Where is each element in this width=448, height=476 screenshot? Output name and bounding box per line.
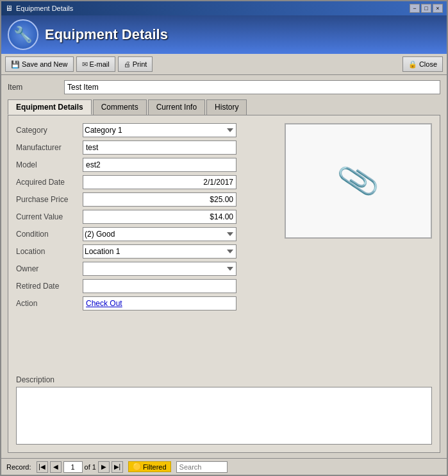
owner-label: Owner (16, 264, 80, 273)
item-row: Item (8, 80, 440, 94)
model-row: Model (16, 158, 272, 172)
manufacturer-input[interactable] (83, 140, 236, 155)
record-nav: |◀ ◀ of 1 ▶ ▶| (37, 461, 123, 473)
header-icon: 🔧 (8, 19, 38, 50)
close-button[interactable]: 🔒 Close (402, 56, 443, 72)
window-close-button[interactable]: × (433, 4, 443, 13)
owner-select[interactable] (83, 262, 236, 276)
print-icon: 🖨 (124, 60, 131, 68)
nav-prev-button[interactable]: ◀ (50, 461, 62, 473)
filter-icon: 🟡 (133, 463, 142, 471)
description-section: Description (16, 375, 432, 445)
close-label: Close (419, 60, 437, 68)
description-label: Description (16, 375, 432, 384)
title-bar: 🖥 Equipment Details − □ × (1, 1, 447, 15)
print-label: Print (133, 60, 147, 68)
purchase-price-input[interactable] (83, 192, 236, 207)
action-row: Action Check Out (16, 296, 272, 310)
form-fields: Category Category 1 Category 2 Category … (16, 123, 272, 368)
title-bar-controls: − □ × (410, 4, 443, 13)
print-button[interactable]: 🖨 Print (118, 56, 153, 72)
acquired-date-row: Acquired Date (16, 175, 272, 189)
header-title: Equipment Details (45, 26, 168, 43)
tab-comments[interactable]: Comments (93, 99, 147, 115)
action-label: Action (16, 299, 80, 308)
acquired-date-label: Acquired Date (16, 178, 80, 187)
category-label: Category (16, 126, 80, 135)
nav-next-button[interactable]: ▶ (98, 461, 110, 473)
title-bar-left: 🖥 Equipment Details (5, 4, 73, 13)
condition-label: Condition (16, 230, 80, 239)
nav-last-button[interactable]: ▶| (112, 461, 123, 473)
retired-date-input[interactable] (83, 279, 236, 293)
purchase-price-row: Purchase Price (16, 192, 272, 207)
save-new-label: Save and New (22, 60, 68, 68)
filtered-label: Filtered (143, 463, 167, 471)
filtered-badge: 🟡 Filtered (128, 461, 171, 472)
description-textarea[interactable] (16, 387, 432, 445)
email-label: E-mail (90, 60, 110, 68)
category-select[interactable]: Category 1 Category 2 Category 3 (83, 123, 236, 137)
search-input[interactable] (176, 461, 228, 473)
tab-equipment-details[interactable]: Equipment Details (8, 99, 92, 115)
acquired-date-input[interactable] (83, 175, 236, 189)
current-value-label: Current Value (16, 212, 80, 221)
tab-bar: Equipment Details Comments Current Info … (8, 99, 440, 115)
check-out-link[interactable]: Check Out (86, 299, 122, 308)
model-label: Model (16, 160, 80, 169)
condition-row: Condition (1) Poor (2) Good (3) Excellen… (16, 227, 272, 241)
purchase-price-label: Purchase Price (16, 195, 80, 204)
email-button[interactable]: ✉ E-mail (76, 56, 115, 72)
save-new-button[interactable]: 💾 Save and New (5, 56, 74, 72)
tab-current-info[interactable]: Current Info (148, 99, 205, 115)
window-title: Equipment Details (16, 4, 73, 12)
condition-select[interactable]: (1) Poor (2) Good (3) Excellent (83, 227, 236, 241)
header-section: 🔧 Equipment Details (1, 15, 447, 54)
record-current-input[interactable] (63, 461, 83, 473)
manufacturer-row: Manufacturer (16, 140, 272, 155)
status-bar: Record: |◀ ◀ of 1 ▶ ▶| 🟡 Filtered (1, 458, 447, 475)
save-icon: 💾 (11, 60, 20, 69)
model-input[interactable] (83, 158, 236, 172)
item-label: Item (8, 83, 59, 92)
minimize-button[interactable]: − (410, 4, 420, 13)
tabs-container: Equipment Details Comments Current Info … (8, 99, 440, 453)
paperclip-icon: 📎 (335, 158, 381, 203)
email-icon: ✉ (82, 60, 88, 69)
header-icon-symbol: 🔧 (13, 26, 33, 44)
retired-date-label: Retired Date (16, 282, 80, 291)
location-label: Location (16, 247, 80, 256)
close-icon: 🔒 (408, 60, 417, 69)
location-select[interactable]: Location 1 Location 2 Location 3 (83, 244, 236, 259)
nav-first-button[interactable]: |◀ (37, 461, 48, 473)
form-section: Category Category 1 Category 2 Category … (16, 123, 432, 368)
content-area: Item Equipment Details Comments Current … (1, 75, 447, 458)
retired-date-row: Retired Date (16, 279, 272, 293)
record-total: of 1 (85, 463, 96, 471)
maximize-button[interactable]: □ (421, 4, 431, 13)
record-label: Record: (6, 463, 31, 471)
category-row: Category Category 1 Category 2 Category … (16, 123, 272, 137)
owner-row: Owner (16, 262, 272, 276)
window-icon: 🖥 (5, 4, 13, 13)
main-window: 🖥 Equipment Details − □ × 🔧 Equipment De… (0, 0, 448, 476)
current-value-input[interactable] (83, 210, 236, 224)
manufacturer-label: Manufacturer (16, 143, 80, 152)
action-field: Check Out (83, 296, 236, 310)
tab-content: Category Category 1 Category 2 Category … (8, 115, 440, 453)
toolbar: 💾 Save and New ✉ E-mail 🖨 Print 🔒 Close (1, 54, 447, 75)
current-value-row: Current Value (16, 210, 272, 224)
toolbar-left: 💾 Save and New ✉ E-mail 🖨 Print (5, 56, 153, 72)
location-row: Location Location 1 Location 2 Location … (16, 244, 272, 259)
item-input[interactable] (64, 80, 440, 94)
attachment-box: 📎 (285, 123, 432, 239)
tab-history[interactable]: History (206, 99, 247, 115)
